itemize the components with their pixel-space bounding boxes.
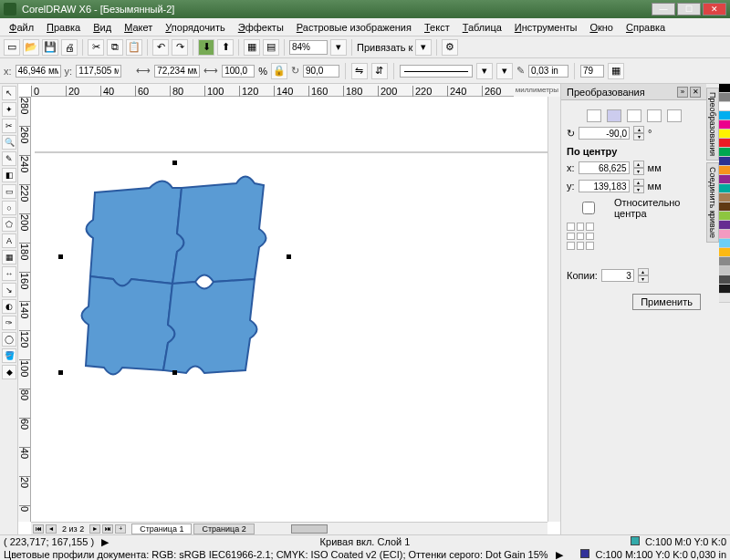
mirror-v-icon[interactable]: ⇵ (371, 63, 388, 79)
zoom-dropdown-icon[interactable]: ▾ (330, 39, 347, 56)
copies-input[interactable] (601, 269, 634, 282)
color-swatch[interactable] (719, 148, 730, 157)
undo-icon[interactable]: ↶ (152, 39, 169, 56)
add-page-button[interactable]: + (115, 524, 126, 534)
import-icon[interactable]: ⬇ (198, 39, 214, 56)
app-launcher-icon[interactable]: ▦ (244, 39, 260, 56)
selection-handle[interactable] (172, 370, 177, 375)
zoom-input[interactable] (289, 40, 328, 55)
rotation-input[interactable] (303, 65, 339, 78)
docker-tab[interactable]: Соединить кривые (706, 162, 719, 243)
color-swatch[interactable] (719, 166, 730, 175)
menu-Таблица[interactable]: Таблица (457, 20, 507, 35)
color-swatch[interactable] (719, 285, 730, 294)
selection-handle[interactable] (58, 254, 63, 259)
color-swatch[interactable] (719, 230, 730, 239)
scrollbar-vertical[interactable] (548, 97, 560, 522)
eyedropper-tool-icon[interactable]: ✑ (2, 316, 16, 330)
center-y-input[interactable] (579, 180, 630, 192)
page-tab[interactable]: Страница 2 (193, 524, 254, 534)
docker-close-icon[interactable]: ✕ (690, 87, 701, 98)
selection-handle[interactable] (287, 254, 291, 259)
apply-button[interactable]: Применить (632, 294, 701, 310)
pos-y-input[interactable] (76, 65, 121, 78)
center-x-input[interactable] (579, 161, 630, 174)
line-style-dropdown[interactable] (400, 65, 473, 78)
width-input[interactable] (154, 65, 200, 78)
color-swatch[interactable] (719, 212, 730, 221)
menu-Правка[interactable]: Правка (41, 20, 86, 35)
line-start-icon[interactable]: ▾ (476, 63, 493, 79)
color-swatch[interactable] (719, 294, 730, 303)
canvas[interactable] (31, 97, 548, 522)
color-swatch[interactable] (719, 93, 730, 102)
export-icon[interactable]: ⬆ (217, 39, 234, 56)
paste-icon[interactable]: 📋 (126, 39, 142, 56)
new-icon[interactable]: ▭ (4, 39, 20, 56)
transform-position-icon[interactable] (587, 109, 601, 122)
color-swatch[interactable] (719, 184, 730, 193)
y-spinner[interactable]: ▴▾ (633, 179, 644, 193)
menu-Окно[interactable]: Окно (584, 20, 619, 35)
angle-spinner[interactable]: ▴▾ (633, 126, 644, 140)
menu-Упорядочить[interactable]: Упорядочить (160, 20, 230, 35)
color-swatch[interactable] (719, 257, 730, 266)
last-page-button[interactable]: ⏭ (102, 524, 113, 534)
mirror-h-icon[interactable]: ⇋ (351, 63, 368, 79)
open-icon[interactable]: 📂 (23, 39, 39, 56)
color-swatch[interactable] (719, 248, 730, 257)
fill-indicator-icon[interactable] (631, 536, 640, 545)
lock-ratio-icon[interactable]: 🔒 (271, 63, 287, 79)
menu-Файл[interactable]: Файл (4, 20, 39, 35)
polygon-tool-icon[interactable]: ⬠ (2, 217, 16, 232)
next-page-button[interactable]: ► (89, 524, 100, 534)
ellipse-tool-icon[interactable]: ○ (2, 201, 16, 215)
rectangle-tool-icon[interactable]: ▭ (2, 184, 16, 199)
dimension-tool-icon[interactable]: ↔ (2, 266, 16, 281)
color-swatch[interactable] (719, 120, 730, 130)
welcome-icon[interactable]: ▤ (263, 39, 279, 56)
scale-x-input[interactable] (222, 65, 255, 78)
menu-Макет[interactable]: Макет (119, 20, 158, 35)
connector-tool-icon[interactable]: ↘ (2, 283, 16, 297)
menu-Вид[interactable]: Вид (88, 20, 117, 35)
angle-input[interactable] (579, 127, 630, 140)
color-swatch[interactable] (719, 84, 730, 93)
color-swatch[interactable] (719, 102, 730, 111)
selection-handle[interactable] (58, 370, 63, 375)
freehand-tool-icon[interactable]: ✎ (2, 151, 16, 166)
menu-Растровые изображения[interactable]: Растровые изображения (291, 20, 417, 35)
snap-dropdown-icon[interactable]: ▾ (415, 39, 432, 56)
transform-size-icon[interactable] (647, 109, 662, 122)
wrap-icon[interactable]: ▦ (608, 63, 624, 79)
transform-rotate-icon[interactable] (607, 109, 621, 122)
line-end-icon[interactable]: ▾ (496, 63, 513, 79)
menu-Инструменты[interactable]: Инструменты (509, 20, 583, 35)
shape-tool-icon[interactable]: ✦ (2, 102, 16, 117)
color-swatch[interactable] (719, 157, 730, 166)
copy-icon[interactable]: ⧉ (107, 39, 123, 56)
color-swatch[interactable] (719, 130, 730, 139)
fill-tool-icon[interactable]: 🪣 (2, 348, 16, 363)
color-swatch[interactable] (719, 266, 730, 275)
outline-width-input[interactable] (528, 65, 568, 78)
anchor-grid[interactable] (567, 223, 594, 250)
redo-icon[interactable]: ↷ (172, 39, 188, 56)
color-swatch[interactable] (719, 239, 730, 248)
pos-x-input[interactable] (16, 65, 61, 78)
other-input[interactable] (580, 65, 604, 78)
docker-tab[interactable]: Преобразования (706, 88, 719, 161)
menu-Текст[interactable]: Текст (419, 20, 455, 35)
minimize-button[interactable]: — (652, 3, 675, 16)
color-swatch[interactable] (719, 193, 730, 202)
docker-collapse-icon[interactable]: » (677, 87, 688, 98)
color-swatch[interactable] (719, 221, 730, 230)
outline-tool-icon[interactable]: ◯ (2, 332, 16, 347)
color-swatch[interactable] (719, 139, 730, 148)
print-icon[interactable]: 🖨 (61, 39, 78, 56)
first-page-button[interactable]: ⏮ (33, 524, 44, 534)
crop-tool-icon[interactable]: ✂ (2, 119, 16, 133)
selection-handle[interactable] (172, 161, 177, 165)
page-tab[interactable]: Страница 1 (131, 524, 192, 534)
menu-Эффекты[interactable]: Эффекты (233, 20, 289, 35)
